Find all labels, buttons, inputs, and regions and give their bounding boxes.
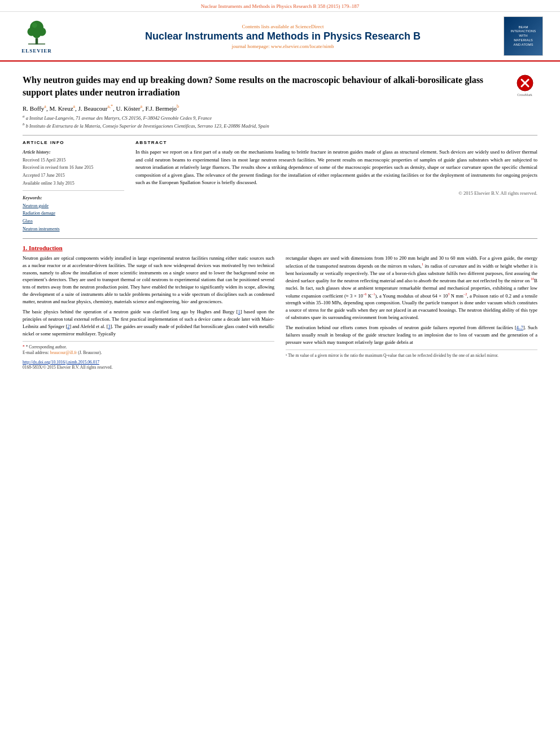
- keyword-glass[interactable]: Glass: [23, 217, 124, 225]
- journal-cover-image: BEAMINTERACTIONSWITHMATERIALSAND ATOMS: [504, 16, 543, 56]
- svg-point-6: [32, 23, 37, 28]
- page: Nuclear Instruments and Methods in Physi…: [0, 0, 560, 747]
- issn-notice: 0168-583X/© 2015 Elsevier B.V. All right…: [23, 365, 274, 370]
- intro-left-column: Neutron guides are optical components wi…: [23, 255, 274, 370]
- article-title: Why neutron guides may end up breaking d…: [23, 74, 504, 98]
- introduction-section: Neutron guides are optical components wi…: [23, 255, 537, 370]
- cover-text: BEAMINTERACTIONSWITHMATERIALSAND ATOMS: [511, 25, 536, 47]
- footnote-area-left: * * Corresponding author. E-mail address…: [23, 341, 274, 370]
- history-label: Article history:: [23, 148, 124, 156]
- authors: R. Boffya, M. Kreuza, J. Beaucoura,*, U.…: [23, 104, 537, 112]
- header-center: Contents lists available at ScienceDirec…: [68, 24, 498, 49]
- header: ELSEVIER Contents lists available at Sci…: [0, 12, 560, 62]
- svg-rect-1: [28, 43, 45, 45]
- cite-1[interactable]: 1: [238, 309, 240, 314]
- cite-2[interactable]: 2: [67, 324, 69, 329]
- abstract-header: ABSTRACT: [135, 140, 537, 145]
- affiliation-b: b b Instituto de Estructura de la Materi…: [23, 122, 537, 130]
- journal-bar: Nuclear Instruments and Methods in Physi…: [0, 0, 560, 12]
- cite-3[interactable]: 3: [108, 324, 111, 329]
- intro-para-1: Neutron guides are optical components wi…: [23, 255, 274, 305]
- keyword-neutron-guide[interactable]: Neutron guide: [23, 202, 124, 210]
- intro-right-column: rectangular shapes are used with dimensi…: [286, 255, 537, 370]
- keywords-label: Keywords:: [23, 194, 124, 202]
- crossmark-label: CrossMark: [517, 93, 532, 97]
- journal-cover-area: BEAMINTERACTIONSWITHMATERIALSAND ATOMS: [504, 16, 549, 56]
- homepage-link[interactable]: www.elsevier.com/locate/nimb: [271, 43, 334, 49]
- received-date: Received 15 April 2015: [23, 156, 124, 164]
- affiliations: a a Institut Laue-Langevin, 71 avenue de…: [23, 114, 537, 129]
- footnote-area-right: ¹ The m value of a given mirror is the r…: [286, 350, 537, 359]
- crossmark-icon: [516, 74, 534, 92]
- svg-rect-0: [36, 38, 38, 44]
- footer-links: http://dx.doi.org/10.1016/j.nimb.2015.06…: [23, 360, 274, 370]
- crossmark-area: CrossMark: [512, 74, 537, 97]
- article-history: Article history: Received 15 April 2015 …: [23, 148, 124, 191]
- svg-point-5: [33, 29, 41, 38]
- keywords-section: Keywords: Neutron guide Radiation damage…: [23, 194, 124, 233]
- title-section: Why neutron guides may end up breaking d…: [23, 74, 537, 98]
- sciencedirect-link[interactable]: ScienceDirect: [295, 24, 323, 29]
- email-note: E-mail address: beaucour@ill.fr (J. Beau…: [23, 350, 274, 356]
- footnote-1: ¹ The m value of a given mirror is the r…: [286, 353, 537, 359]
- elsevier-text: ELSEVIER: [21, 48, 52, 54]
- elsevier-logo: ELSEVIER: [11, 19, 62, 54]
- info-abstract-section: ARTICLE INFO Article history: Received 1…: [23, 135, 537, 233]
- article-info-column: ARTICLE INFO Article history: Received 1…: [23, 140, 124, 233]
- abstract-column: ABSTRACT In this paper we report on a fi…: [135, 140, 537, 233]
- homepage-notice: journal homepage: www.elsevier.com/locat…: [68, 43, 498, 49]
- copyright: © 2015 Elsevier B.V. All rights reserved…: [135, 190, 537, 196]
- keyword-neutron-instruments[interactable]: Neutron instruments: [23, 225, 124, 233]
- section-number: 1. Introduction: [23, 244, 537, 251]
- cite-4-7[interactable]: 4–7: [517, 325, 523, 330]
- journal-citation: Nuclear Instruments and Methods in Physi…: [201, 3, 359, 9]
- journal-title: Nuclear Instruments and Methods in Physi…: [68, 30, 498, 42]
- article-content: Why neutron guides may end up breaking d…: [0, 62, 560, 375]
- abstract-text: In this paper we report on a first part …: [135, 148, 537, 187]
- email-link[interactable]: beaucour@ill.fr: [50, 350, 77, 355]
- article-info-header: ARTICLE INFO: [23, 140, 124, 145]
- intro-para-2: The basic physics behind the operation o…: [23, 308, 274, 338]
- section-divider: [23, 238, 537, 239]
- corresponding-author-note: * * Corresponding author.: [23, 344, 274, 351]
- keyword-radiation-damage[interactable]: Radiation damage: [23, 209, 124, 217]
- accepted-date: Accepted 17 June 2015: [23, 172, 124, 180]
- sciencedirect-notice: Contents lists available at ScienceDirec…: [68, 24, 498, 29]
- intro-para-4: The motivation behind our efforts comes …: [286, 324, 537, 346]
- available-date: Available online 3 July 2015: [23, 180, 124, 187]
- doi-link[interactable]: http://dx.doi.org/10.1016/j.nimb.2015.06…: [23, 360, 274, 365]
- elsevier-tree-icon: [20, 19, 54, 47]
- intro-para-3: rectangular shapes are used with dimensi…: [286, 255, 537, 321]
- received-revised-date: Received in revised form 16 June 2015: [23, 164, 124, 172]
- affiliation-a: a a Institut Laue-Langevin, 71 avenue de…: [23, 114, 537, 122]
